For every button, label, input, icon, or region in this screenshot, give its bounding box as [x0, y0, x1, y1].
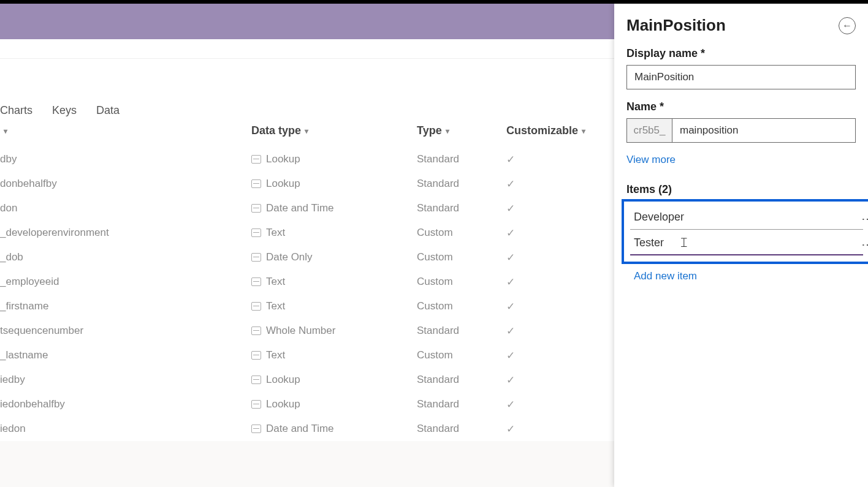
cell-customizable: ✓	[506, 423, 592, 436]
choice-column-panel: MainPosition ← Display name * Name * cr5…	[614, 4, 868, 487]
datatype-icon	[251, 228, 261, 237]
datatype-icon	[251, 179, 261, 188]
cell-customizable: ✓	[506, 325, 592, 338]
cell-datatype: Lookup	[251, 178, 417, 190]
check-icon: ✓	[506, 301, 515, 312]
cell-datatype: Date Only	[251, 251, 417, 263]
back-button[interactable]: ←	[839, 17, 856, 34]
datatype-icon	[251, 327, 261, 335]
cell-customizable: ✓	[506, 300, 592, 313]
cell-type: Custom	[417, 276, 506, 288]
column-header-customizable[interactable]: Customizable ▾	[506, 124, 592, 137]
cell-name: dby	[0, 153, 251, 165]
name-label: Name *	[626, 100, 856, 113]
arrow-left-icon: ←	[842, 20, 852, 31]
check-icon: ✓	[506, 374, 515, 386]
choice-item-row: ⋯	[630, 205, 863, 231]
cell-datatype: Date and Time	[251, 202, 417, 214]
cell-datatype: Date and Time	[251, 423, 417, 435]
datatype-icon	[251, 277, 261, 286]
check-icon: ✓	[506, 399, 515, 410]
cell-customizable: ✓	[506, 178, 592, 191]
check-icon: ✓	[506, 423, 515, 435]
cell-name: donbehalfby	[0, 178, 251, 190]
items-label: Items (2)	[626, 183, 856, 196]
cell-name: _developerenvironment	[0, 227, 251, 239]
cell-datatype: Lookup	[251, 374, 417, 386]
cell-type: Standard	[417, 374, 506, 386]
check-icon: ✓	[506, 350, 515, 361]
cell-type: Custom	[417, 251, 506, 263]
cell-customizable: ✓	[506, 276, 592, 289]
cell-customizable: ✓	[506, 398, 592, 411]
chevron-down-icon: ▾	[305, 127, 308, 135]
datatype-icon	[251, 204, 261, 213]
add-new-item-link[interactable]: Add new item	[626, 270, 856, 282]
chevron-down-icon: ▾	[4, 127, 7, 135]
choice-item-input[interactable]	[630, 205, 863, 230]
cell-name: tsequencenumber	[0, 325, 251, 337]
datatype-icon	[251, 425, 261, 433]
datatype-icon	[251, 400, 261, 409]
datatype-icon	[251, 351, 261, 360]
tab-charts[interactable]: Charts	[0, 104, 32, 117]
chevron-down-icon: ▾	[582, 127, 585, 135]
tab-data[interactable]: Data	[96, 104, 120, 117]
more-icon[interactable]: ⋯	[861, 211, 868, 226]
cell-type: Custom	[417, 349, 506, 361]
check-icon: ✓	[506, 325, 515, 337]
cell-datatype: Whole Number	[251, 325, 417, 337]
more-icon[interactable]: ⋯	[861, 237, 868, 252]
cell-datatype: Text	[251, 349, 417, 361]
check-icon: ✓	[506, 276, 515, 288]
cell-type: Standard	[417, 153, 506, 165]
items-highlight-box: ⋯ ⋯ 𝙸	[622, 199, 868, 264]
check-icon: ✓	[506, 227, 515, 239]
check-icon: ✓	[506, 154, 515, 165]
cell-customizable: ✓	[506, 227, 592, 240]
cell-datatype: Text	[251, 227, 417, 239]
panel-title: MainPosition	[626, 16, 726, 35]
datatype-icon	[251, 376, 261, 384]
cell-type: Standard	[417, 178, 506, 190]
cell-name: _lastname	[0, 349, 251, 361]
cell-name: _employeeid	[0, 276, 251, 288]
name-prefix: cr5b5_	[626, 118, 672, 143]
cell-type: Standard	[417, 398, 506, 410]
view-more-link[interactable]: View more	[626, 154, 856, 166]
display-name-label: Display name *	[626, 47, 856, 60]
cell-customizable: ✓	[506, 349, 592, 362]
cell-datatype: Lookup	[251, 153, 417, 165]
cell-customizable: ✓	[506, 251, 592, 264]
cell-type: Custom	[417, 227, 506, 239]
check-icon: ✓	[506, 203, 515, 214]
datatype-icon	[251, 302, 261, 311]
cell-name: _dob	[0, 251, 251, 263]
display-name-input[interactable]	[626, 65, 856, 89]
cell-name: iedonbehalfby	[0, 398, 251, 410]
column-header-datatype[interactable]: Data type ▾	[251, 124, 417, 137]
cell-datatype: Text	[251, 276, 417, 288]
column-header-type[interactable]: Type ▾	[417, 124, 506, 137]
cell-name: iedon	[0, 423, 251, 435]
column-header-name[interactable]: ▾	[0, 124, 251, 137]
check-icon: ✓	[506, 252, 515, 263]
cell-customizable: ✓	[506, 202, 592, 215]
cell-datatype: Text	[251, 300, 417, 312]
tab-keys[interactable]: Keys	[52, 104, 77, 117]
chevron-down-icon: ▾	[446, 127, 449, 135]
cell-type: Custom	[417, 300, 506, 312]
cell-name: _firstname	[0, 300, 251, 312]
check-icon: ✓	[506, 178, 515, 190]
cell-datatype: Lookup	[251, 398, 417, 410]
cell-type: Standard	[417, 325, 506, 337]
cell-name: don	[0, 202, 251, 214]
choice-item-row: ⋯ 𝙸	[630, 231, 863, 257]
choice-item-input[interactable]	[630, 231, 863, 255]
datatype-icon	[251, 253, 261, 262]
cell-name: iedby	[0, 374, 251, 386]
cell-type: Standard	[417, 423, 506, 435]
name-input[interactable]	[672, 118, 856, 143]
cell-customizable: ✓	[506, 153, 592, 166]
cell-customizable: ✓	[506, 374, 592, 387]
